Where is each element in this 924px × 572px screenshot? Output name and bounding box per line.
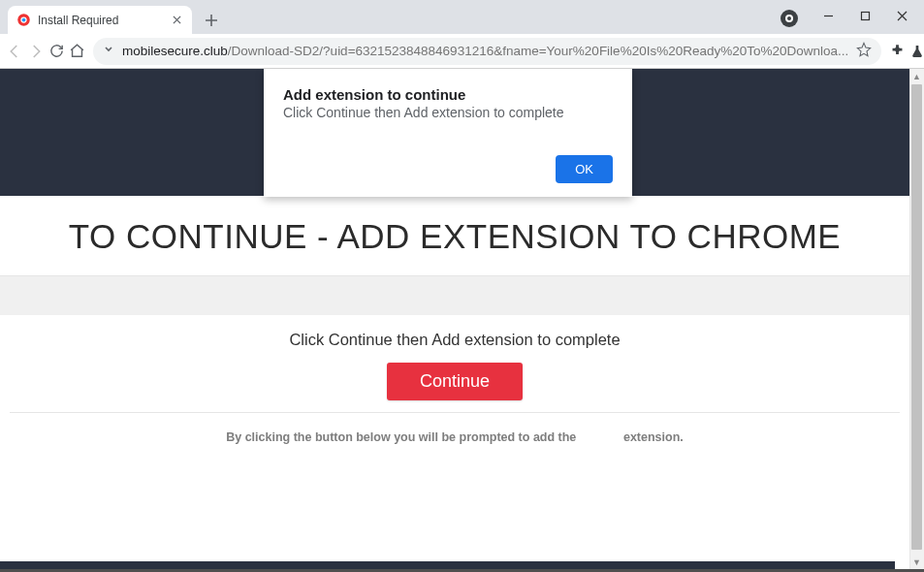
window-controls	[810, 0, 920, 31]
browser-toolbar: mobilesecure.club/Download-SD2/?uid=6321…	[0, 34, 924, 69]
page-heading: TO CONTINUE - ADD EXTENSION TO CHROME	[10, 217, 900, 256]
dialog-title: Add extension to continue	[283, 86, 613, 103]
back-button[interactable]	[6, 38, 23, 65]
scrollbar-thumb[interactable]	[911, 84, 922, 550]
dialog-body: Click Continue then Add extension to com…	[283, 105, 613, 120]
browser-titlebar: Install Required	[0, 0, 924, 34]
tab-title: Install Required	[38, 14, 162, 27]
url-text: mobilesecure.club/Download-SD2/?uid=6321…	[122, 44, 848, 58]
scroll-down-icon[interactable]: ▼	[909, 555, 924, 569]
fineprint-text: By clicking the button below you will be…	[10, 413, 900, 461]
scrollbar[interactable]: ▲ ▼	[909, 69, 924, 569]
reload-button[interactable]	[48, 38, 65, 65]
new-tab-button[interactable]	[198, 7, 225, 34]
address-bar[interactable]: mobilesecure.club/Download-SD2/?uid=6321…	[93, 38, 881, 65]
svg-rect-5	[861, 12, 869, 19]
svg-point-4	[787, 16, 791, 20]
profile-badge-icon	[781, 10, 798, 27]
maximize-button[interactable]	[846, 2, 883, 29]
close-icon[interactable]	[169, 13, 184, 28]
instruction-text: Click Continue then Add extension to com…	[10, 331, 900, 349]
browser-tab[interactable]: Install Required	[8, 6, 192, 34]
svg-point-2	[21, 18, 25, 22]
continue-button[interactable]: Continue	[387, 363, 523, 400]
heading-section: TO CONTINUE - ADD EXTENSION TO CHROME	[0, 196, 909, 276]
spacer-band	[0, 276, 909, 315]
tab-favicon	[16, 13, 31, 28]
star-icon[interactable]	[856, 42, 872, 61]
forward-button[interactable]	[27, 38, 45, 65]
home-button[interactable]	[69, 38, 85, 65]
extensions-icon[interactable]	[889, 38, 906, 65]
labs-icon[interactable]	[909, 38, 924, 65]
scroll-up-icon[interactable]: ▲	[909, 69, 924, 83]
page-viewport: TO CONTINUE - ADD EXTENSION TO CHROME Cl…	[0, 69, 924, 569]
instruction-section: Click Continue then Add extension to com…	[0, 315, 909, 471]
alert-dialog: Add extension to continue Click Continue…	[264, 69, 632, 197]
page-footer-band	[0, 561, 895, 569]
site-info-icon[interactable]	[103, 44, 114, 58]
minimize-button[interactable]	[810, 2, 846, 29]
close-window-button[interactable]	[883, 2, 920, 29]
ok-button[interactable]: OK	[556, 155, 613, 183]
